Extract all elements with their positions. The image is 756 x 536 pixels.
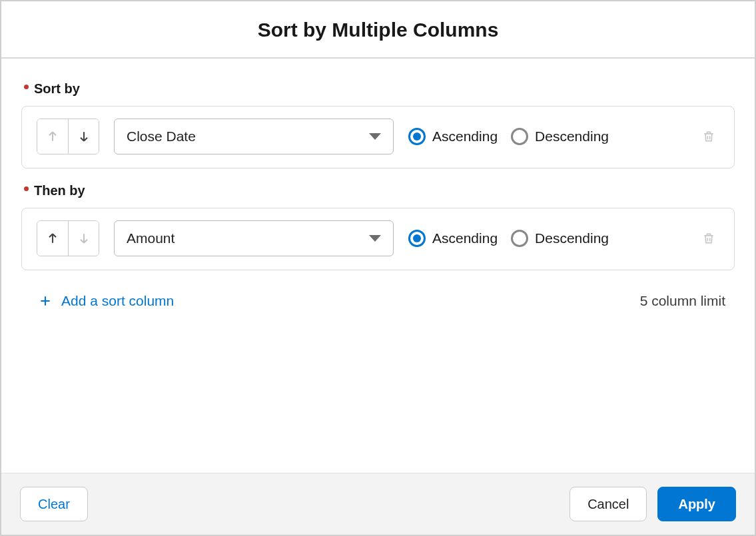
arrow-up-icon xyxy=(46,129,59,144)
dialog-footer: Clear Cancel Apply xyxy=(1,473,755,535)
delete-row-button-1[interactable] xyxy=(698,228,719,249)
chevron-down-icon xyxy=(369,235,381,242)
radio-icon xyxy=(511,230,528,247)
arrow-down-icon xyxy=(77,129,91,144)
direction-group-1: Ascending Descending xyxy=(408,230,609,247)
below-rows: Add a sort column 5 column limit xyxy=(21,285,735,309)
radio-icon xyxy=(511,128,528,145)
move-up-button-0[interactable] xyxy=(37,119,68,154)
move-down-button-1[interactable] xyxy=(68,221,99,256)
radio-ascending-0[interactable]: Ascending xyxy=(408,128,498,145)
footer-right: Cancel Apply xyxy=(569,487,736,521)
arrow-up-icon xyxy=(46,230,59,246)
plus-icon xyxy=(39,294,52,308)
sort-by-label: Sort by xyxy=(24,81,735,97)
radio-label: Descending xyxy=(535,129,609,144)
trash-icon xyxy=(702,128,715,145)
column-limit-text: 5 column limit xyxy=(640,293,725,309)
radio-ascending-1[interactable]: Ascending xyxy=(408,230,498,247)
column-select-1[interactable]: Amount xyxy=(114,220,394,256)
cancel-button[interactable]: Cancel xyxy=(569,487,647,521)
delete-row-button-0[interactable] xyxy=(698,126,719,147)
dialog-body: Sort by Close Date Ascending xyxy=(1,59,755,473)
direction-group-0: Ascending Descending xyxy=(408,128,609,145)
radio-descending-0[interactable]: Descending xyxy=(511,128,609,145)
move-down-button-0[interactable] xyxy=(68,119,99,154)
add-sort-column-label: Add a sort column xyxy=(61,293,174,309)
then-by-label: Then by xyxy=(24,183,735,198)
add-sort-column-link[interactable]: Add a sort column xyxy=(39,293,174,309)
move-group-0 xyxy=(37,119,99,154)
clear-button[interactable]: Clear xyxy=(20,487,88,521)
chevron-down-icon xyxy=(369,133,381,140)
radio-descending-1[interactable]: Descending xyxy=(511,230,609,247)
radio-label: Ascending xyxy=(432,230,498,246)
dialog-title: Sort by Multiple Columns xyxy=(1,1,755,59)
column-select-0[interactable]: Close Date xyxy=(114,119,394,154)
move-up-button-1[interactable] xyxy=(37,221,68,256)
column-select-value: Close Date xyxy=(127,129,196,144)
apply-button[interactable]: Apply xyxy=(657,487,736,521)
sort-row-0: Close Date Ascending Descending xyxy=(21,106,735,168)
move-group-1 xyxy=(37,220,99,256)
trash-icon xyxy=(702,230,715,247)
radio-label: Ascending xyxy=(432,129,498,144)
column-select-value: Amount xyxy=(127,230,175,246)
sort-row-1: Amount Ascending Descending xyxy=(21,208,735,270)
radio-icon xyxy=(408,230,426,247)
sort-dialog: Sort by Multiple Columns Sort by Close D… xyxy=(0,0,756,536)
radio-label: Descending xyxy=(535,230,609,246)
arrow-down-icon xyxy=(77,230,91,246)
radio-icon xyxy=(408,128,426,145)
